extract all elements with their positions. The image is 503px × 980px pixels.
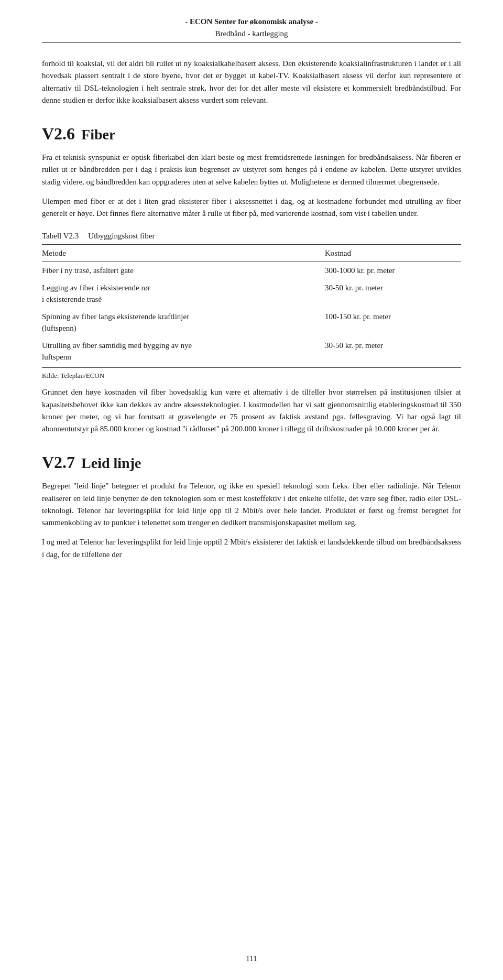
section-v27-title: Leid linje: [81, 452, 141, 474]
section-v26-para2: Ulempen med fiber er at det i liten grad…: [42, 195, 461, 220]
table-cell-cost-0: 300-1000 kr. pr. meter: [325, 262, 461, 279]
table-cell-cost-1: 30-50 kr. pr. meter: [325, 279, 461, 308]
table-row: Fiber i ny trasè, asfaltert gate 300-100…: [42, 262, 461, 279]
table-row: Utrulling av fiber samtidig med bygging …: [42, 337, 461, 368]
table-caption: Tabell V2.3Utbyggingskost fiber: [42, 230, 461, 242]
table-cell-cost-2: 100-150 kr. pr. meter: [325, 308, 461, 337]
table-row: Spinning av fiber langs eksisterende kra…: [42, 308, 461, 337]
section-v26-number: V2.6: [42, 121, 75, 146]
page-header: - ECON Senter for økonomisk analyse - Br…: [42, 16, 461, 43]
section-v27-para2: I og med at Telenor har leveringsplikt f…: [42, 536, 461, 561]
table-cell-cost-3: 30-50 kr. pr. meter: [325, 337, 461, 368]
table-cell-method-3: Utrulling av fiber samtidig med bygging …: [42, 337, 325, 368]
section-v26-title: Fiber: [81, 124, 115, 146]
section-v27-number: V2.7: [42, 450, 75, 475]
table-source: Kilde: Teleplan/ECON: [42, 367, 461, 383]
table-caption-label: Tabell V2.3: [42, 232, 79, 240]
page-number: 111: [0, 953, 503, 965]
section-v26-para1: Fra et teknisk synspunkt er optisk fiber…: [42, 151, 461, 188]
table-cell-method-1: Legging av fiber i eksisterende røri eks…: [42, 279, 325, 308]
table-header-method: Metode: [42, 244, 325, 262]
table-cell-method-0: Fiber i ny trasè, asfaltert gate: [42, 262, 325, 279]
table-caption-text: Utbyggingskost fiber: [88, 232, 155, 240]
fiber-cost-table: Metode Kostnad Fiber i ny trasè, asfalte…: [42, 244, 461, 384]
table-header-cost: Kostnad: [325, 244, 461, 262]
intro-paragraph: forhold til koaksial, vil det aldri bli …: [42, 58, 461, 106]
section-v27-heading: V2.7 Leid linje: [42, 450, 461, 475]
header-subtitle: Bredbånd - kartlegging: [42, 28, 461, 40]
header-title: - ECON Senter for økonomisk analyse -: [42, 16, 461, 28]
section-v27-para1: Begrepet "leid linje" betegner et produk…: [42, 480, 461, 529]
page: - ECON Senter for økonomisk analyse - Br…: [0, 0, 503, 980]
section-v26-heading: V2.6 Fiber: [42, 121, 461, 146]
table-cell-method-2: Spinning av fiber langs eksisterende kra…: [42, 308, 325, 337]
table-row: Legging av fiber i eksisterende røri eks…: [42, 279, 461, 308]
after-table-paragraph: Grunnet den høye kostnaden vil fiber hov…: [42, 386, 461, 435]
